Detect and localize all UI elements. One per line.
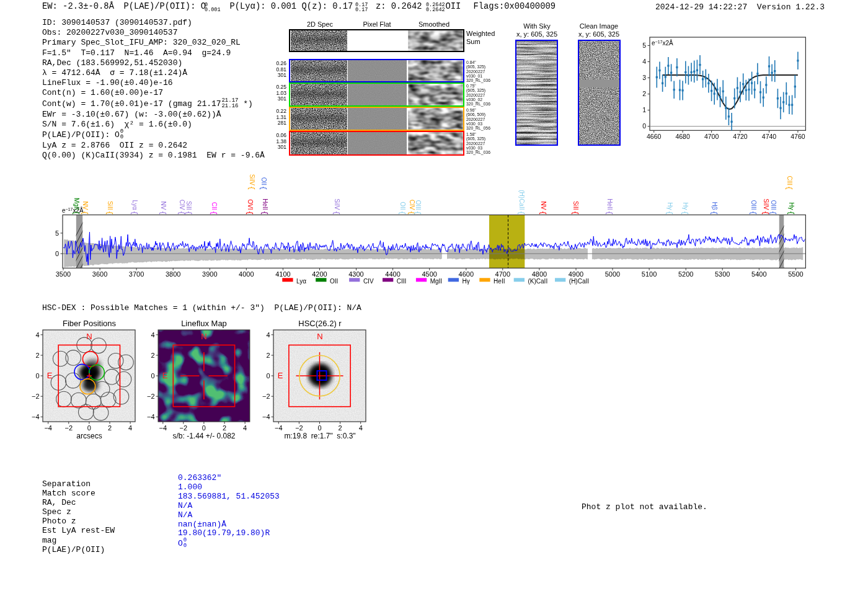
svg-text:−2: −2 — [147, 393, 155, 400]
svg-text:N: N — [201, 332, 206, 341]
svg-text:2: 2 — [339, 424, 342, 432]
svg-text:−4: −4 — [147, 413, 155, 420]
svg-text:4: 4 — [359, 424, 363, 432]
svg-text:4: 4 — [128, 424, 132, 432]
svg-text:−4: −4 — [275, 424, 283, 432]
svg-text:4: 4 — [151, 331, 154, 339]
svg-text:s/b: -1.44 +/- 0.082: s/b: -1.44 +/- 0.082 — [172, 432, 235, 440]
svg-text:0: 0 — [87, 424, 91, 432]
svg-text:2: 2 — [151, 352, 154, 359]
svg-text:arcsecs: arcsecs — [76, 432, 102, 440]
svg-text:−2: −2 — [180, 424, 188, 432]
svg-text:0: 0 — [35, 372, 39, 380]
svg-text:−2: −2 — [65, 424, 73, 432]
svg-text:Fiber Positions: Fiber Positions — [63, 319, 116, 328]
svg-text:4: 4 — [243, 424, 247, 432]
svg-text:4: 4 — [35, 331, 39, 339]
svg-text:E: E — [162, 371, 168, 380]
svg-text:E: E — [47, 371, 53, 380]
svg-text:0: 0 — [202, 424, 206, 432]
svg-text:m:19.8 re:1.7" s:0.3": m:19.8 re:1.7" s:0.3" — [284, 432, 355, 440]
svg-text:Lineflux Map: Lineflux Map — [181, 319, 227, 328]
svg-text:−4: −4 — [32, 413, 40, 420]
svg-text:HSC(26.2) r: HSC(26.2) r — [298, 319, 342, 328]
svg-text:2: 2 — [35, 352, 39, 359]
svg-text:2: 2 — [223, 424, 226, 432]
svg-text:4: 4 — [266, 331, 270, 339]
svg-text:2: 2 — [266, 352, 270, 359]
svg-text:−2: −2 — [295, 424, 303, 432]
svg-text:−4: −4 — [262, 413, 270, 420]
svg-text:−4: −4 — [159, 424, 167, 432]
svg-text:E: E — [278, 371, 283, 380]
svg-text:N: N — [317, 332, 322, 341]
svg-text:−2: −2 — [262, 393, 270, 400]
svg-text:−2: −2 — [32, 393, 40, 400]
svg-text:N: N — [86, 332, 92, 341]
svg-text:0: 0 — [266, 372, 270, 380]
svg-text:2: 2 — [108, 424, 112, 432]
svg-text:−4: −4 — [44, 424, 52, 432]
svg-text:0: 0 — [151, 372, 154, 380]
svg-text:0: 0 — [317, 424, 321, 432]
